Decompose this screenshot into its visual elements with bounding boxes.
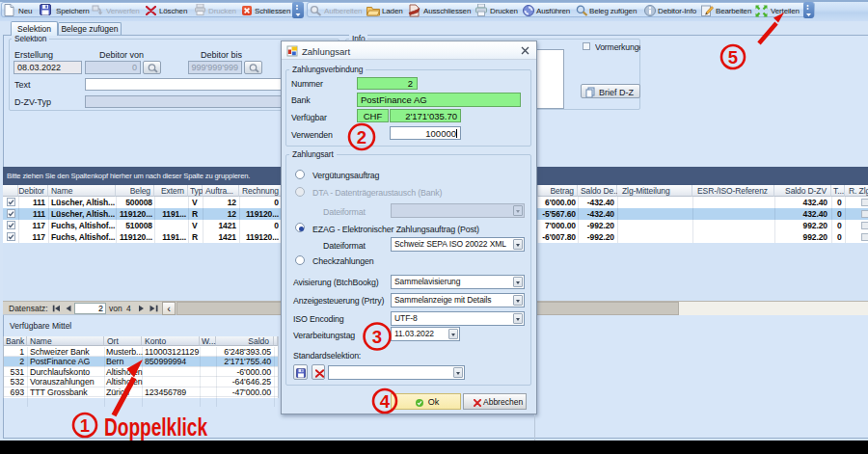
svg-text:1: 1 <box>80 415 90 436</box>
svg-text:2: 2 <box>357 127 366 147</box>
svg-text:Doppelklick: Doppelklick <box>104 413 207 441</box>
svg-text:4: 4 <box>380 391 391 412</box>
svg-text:5: 5 <box>728 47 738 67</box>
svg-text:3: 3 <box>372 327 382 347</box>
